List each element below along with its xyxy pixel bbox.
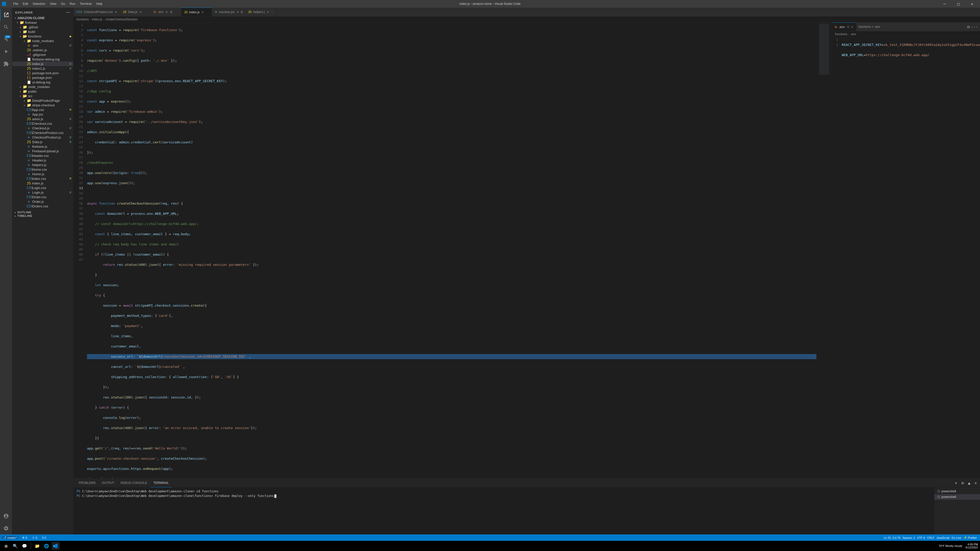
activity-source-control[interactable]: 294 — [0, 33, 12, 45]
panel-split-button[interactable]: ⊟ — [960, 480, 965, 486]
maximize-button[interactable]: □ — [953, 0, 964, 8]
git-branch-status[interactable]: ⎇ master* — [2, 536, 18, 539]
tree-item-pkg-json[interactable]: {} package.json — [12, 75, 73, 80]
env-tab-close[interactable]: × — [851, 25, 854, 29]
tree-item-public[interactable]: ▸ 📁 public — [12, 89, 73, 94]
terminal-content[interactable]: PS C:\Users\amyow\OneDrive\Desktop\Web d… — [73, 487, 934, 534]
tree-item-home-js[interactable]: ⚛ Home.js — [12, 171, 73, 176]
tree-item-checkoutproduct-js[interactable]: ⚛ CheckoutProduct.js U — [12, 135, 73, 140]
env-breadcrumb-functions[interactable]: functions — [835, 32, 847, 36]
indentation-status[interactable]: Spaces: 2 — [901, 536, 916, 539]
tree-item-detail-product[interactable]: ▸ 📁 DetailProductPage — [12, 98, 73, 103]
tab-data-js[interactable]: JS Data.js × — [120, 8, 151, 16]
breadcrumb-function-name[interactable]: createCheckoutSession — [105, 17, 138, 21]
timeline-section[interactable]: ▸ TIMELINE — [12, 214, 73, 218]
tab-close-success[interactable]: × — [236, 10, 239, 14]
tree-item-axios[interactable]: JS axios.js U — [12, 117, 73, 121]
info-status[interactable]: ℹ 0 — [41, 536, 47, 539]
more-actions-icon[interactable]: ··· — [970, 24, 978, 29]
activity-run[interactable] — [0, 45, 12, 58]
tree-item-data-js[interactable]: JS Data.js U — [12, 140, 73, 144]
env-editor[interactable]: 1 2 REACT_APP_SECRET_KEY=sk_test_51KMbNc… — [832, 37, 980, 478]
tree-item-node-modules[interactable]: ▸ 📁 node_modules — [12, 84, 73, 89]
tree-item-login-js[interactable]: ⚛ Login.js U — [12, 190, 73, 195]
env-tab-env[interactable]: ⚙ .env U × — [832, 22, 856, 31]
env-content[interactable]: REACT_APP_SECRET_KEY=sk_test_51KMbNcJYJA… — [840, 37, 980, 478]
activity-accounts[interactable] — [0, 510, 12, 522]
tree-item-firebase[interactable]: ▾ 📁 firebase — [12, 20, 73, 25]
tree-item-firebase-debug[interactable]: 📋 firebase-debug.log — [12, 57, 73, 62]
cursor-position-status[interactable]: Ln 32, Col 76 — [883, 536, 901, 539]
tree-item-index-js[interactable]: JS index.js U — [12, 62, 73, 66]
menu-go[interactable]: Go — [59, 2, 67, 6]
tree-item-checkoutproduct-css[interactable]: CSS CheckoutProduct.css — [12, 130, 73, 135]
tree-item-src[interactable]: ▾ 📂 src — [12, 94, 73, 98]
warnings-status[interactable]: ⚠ 0 — [31, 536, 38, 539]
tab-success-jsx[interactable]: ⚛ success.jsx × U — [212, 8, 245, 16]
search-taskbar-button[interactable]: 🔍 — [11, 542, 19, 550]
terminal-powershell-1[interactable]: ⬡ powershell — [934, 489, 980, 494]
activity-search[interactable] — [0, 21, 12, 33]
tree-item-home-css[interactable]: CSS Home.css — [12, 167, 73, 171]
tree-item-header-css[interactable]: CSS Header.css — [12, 153, 73, 158]
errors-status[interactable]: ⊗ 0 — [21, 536, 28, 539]
activity-explorer[interactable] — [0, 9, 12, 21]
tree-item-pkg-lock[interactable]: {} package-lock.json — [12, 71, 73, 75]
tab-env[interactable]: ⚙ .env × U — [151, 8, 181, 16]
start-button[interactable]: ⊞ — [2, 542, 10, 550]
activity-extensions[interactable] — [0, 58, 12, 70]
tree-item-github[interactable]: ▸ 📁 .github — [12, 25, 73, 29]
menu-selection[interactable]: Selection — [30, 2, 47, 6]
tree-item-app-jsx[interactable]: ⚛ App.jsx — [12, 112, 73, 117]
tab-helpers-js[interactable]: JS helpers.j × ⋯ — [245, 8, 277, 16]
env-tab-group-indicator[interactable]: functions > .env — [856, 22, 882, 31]
code-editor[interactable]: 1234 5678 9101112 13141516 17181920 2122… — [73, 22, 832, 478]
tab-checkoutproduct-css[interactable]: CSS CheckoutProduct.css × — [73, 8, 120, 16]
terminal-powershell-2[interactable]: ⬡ powershell — [934, 494, 980, 500]
tab-close-data-js[interactable]: × — [139, 10, 142, 14]
menu-help[interactable]: Help — [94, 2, 105, 6]
tree-item-ui-debug[interactable]: 📋 ui-debug.log — [12, 80, 73, 84]
prettier-status[interactable]: ✨ Prettier — [963, 536, 978, 539]
tree-item-orders-css[interactable]: CSS Orders.css — [12, 204, 73, 208]
tree-item-eslintrc[interactable]: JS .eslintrc.js — [12, 48, 73, 52]
tree-item-firebase-upload[interactable]: ⚛ FirebaseUpload.js — [12, 149, 73, 153]
tab-index-js[interactable]: JS index.js × — [181, 8, 212, 16]
outline-section[interactable]: ▸ OUTLINE — [12, 210, 73, 214]
tree-item-checkout-js[interactable]: ⚛ Checkout.js U — [12, 126, 73, 130]
language-status[interactable]: JavaScript — [935, 536, 950, 539]
code-content[interactable]: const functions = require('firebase-func… — [85, 22, 816, 478]
encoding-status[interactable]: UTF-8 — [916, 536, 926, 539]
tree-item-firebase-js[interactable]: ⚛ firebase.js — [12, 144, 73, 149]
tree-item-stripe[interactable]: ▸ 📁 stripe-checkout — [12, 103, 73, 107]
line-endings-status[interactable]: CRLF — [926, 536, 935, 539]
tree-item-helpers-js[interactable]: ⚛ helpers.js — [12, 162, 73, 167]
panel-maximize-button[interactable]: ▲ — [967, 480, 972, 486]
live-server-status[interactable]: Go Live — [951, 536, 963, 539]
taskview-button[interactable]: 💬 — [21, 542, 29, 550]
close-button[interactable]: ✕ — [966, 0, 978, 8]
menu-run[interactable]: Run — [68, 2, 77, 6]
menu-file[interactable]: File — [11, 2, 20, 6]
taskbar-vscode[interactable] — [52, 542, 60, 550]
env-breadcrumb-env-file[interactable]: .env — [850, 32, 856, 36]
tab-close-env[interactable]: × — [165, 10, 168, 14]
minimize-button[interactable]: ─ — [939, 0, 950, 8]
tree-item-src-index-js[interactable]: JS index.js — [12, 181, 73, 186]
tree-item-gitignore[interactable]: ⎇ .gitignore — [12, 52, 73, 57]
panel-add-button[interactable]: + — [954, 480, 958, 486]
breadcrumb-functions[interactable]: functions — [76, 17, 89, 21]
menu-view[interactable]: View — [48, 2, 59, 6]
tree-item-app-css[interactable]: CSS App.css M — [12, 107, 73, 112]
split-editor-icon[interactable]: ⊟ — [967, 24, 969, 29]
panel-tab-problems[interactable]: PROBLEMS — [76, 478, 99, 487]
tab-close-checkoutproduct-css[interactable]: × — [115, 10, 118, 14]
tree-root[interactable]: ▾ AMAZON-CLONE — [12, 16, 73, 20]
sidebar-menu-button[interactable]: ··· — [66, 10, 70, 15]
menu-edit[interactable]: Edit — [21, 2, 30, 6]
menu-terminal[interactable]: Terminal — [78, 2, 94, 6]
tree-item-index-css[interactable]: CSS index.css M — [12, 176, 73, 181]
tree-item-login-css[interactable]: CSS Login.css — [12, 186, 73, 190]
tree-item-header-js[interactable]: ⚛ Header.js — [12, 158, 73, 162]
tab-close-index-js[interactable]: × — [201, 10, 204, 14]
